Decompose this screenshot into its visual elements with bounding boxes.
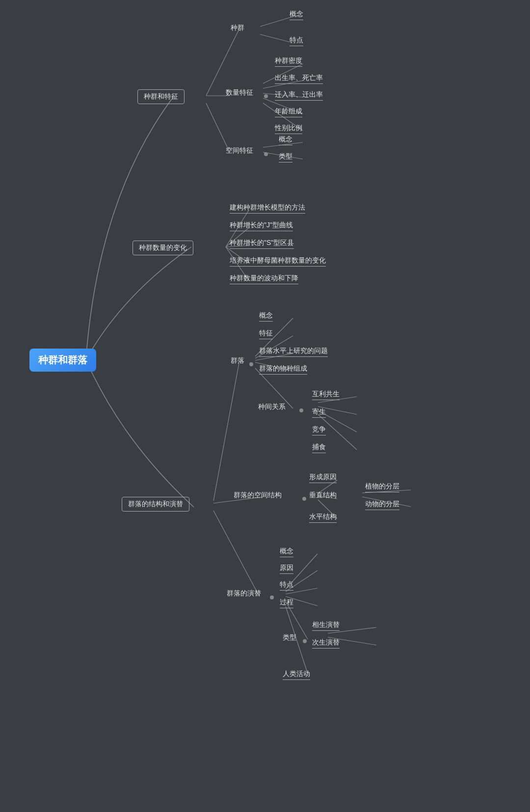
species-composition-node: 群落的物种组成 — [259, 364, 307, 375]
community-research-node: 群落水平上研究的问题 — [259, 347, 328, 357]
plant-layer-node: 植物的分层 — [365, 482, 399, 492]
population-changes-node: 种群数量的变化 — [132, 241, 193, 255]
community-structure-node: 群落的结构和演替 — [122, 497, 189, 512]
succession-reason-node: 原因 — [280, 564, 293, 574]
succession-mutualism-node: 相生演替 — [312, 621, 340, 631]
parasitism-node: 寄生 — [312, 407, 326, 418]
s-curve-node: 种群增长的"S"型区县 — [230, 239, 294, 249]
svg-line-9 — [206, 103, 230, 152]
birth-death-node: 出生率、死亡率 — [275, 74, 323, 84]
sex-ratio-node: 性别比例 — [275, 124, 302, 134]
horizontal-structure-node: 水平结构 — [309, 513, 337, 523]
succession-process-node: 过程 — [280, 598, 293, 608]
root-node: 种群和群落 — [29, 349, 96, 372]
population-node: 种群 — [231, 24, 244, 32]
spatial-features-node: 空间特征 — [226, 146, 253, 155]
succession-type-node: 类型 — [283, 633, 296, 642]
predation-node: 捕食 — [312, 443, 326, 453]
fluctuation-node: 种群数量的波动和下降 — [230, 274, 298, 284]
succession-parasitism-node: 次生演替 — [312, 638, 340, 649]
yeast-node: 培养液中酵母菌种群数量的变化 — [230, 256, 326, 267]
community-concept-node: 概念 — [259, 311, 273, 322]
migration-node: 迁入率、迁出率 — [275, 90, 323, 101]
blur-overlay — [0, 753, 530, 812]
formation-reason-node: 形成原因 — [309, 473, 337, 483]
svg-line-1 — [260, 17, 292, 27]
mutualism-node: 互利共生 — [312, 390, 340, 400]
mind-map: 种群和群落 种群和特征 种群 概念 特点 数量特征 种群密度 出生率、死亡率 迁… — [0, 0, 530, 812]
succession-concept-node: 概念 — [280, 547, 293, 557]
community-trait-node: 特征 — [259, 329, 273, 339]
build-model-node: 建构种群增长模型的方法 — [230, 203, 305, 214]
density-node: 种群密度 — [275, 56, 302, 67]
community-node: 群落 — [231, 356, 244, 365]
interspecies-node: 种间关系 — [258, 403, 286, 411]
animal-layer-node: 动物的分层 — [365, 500, 399, 510]
succession-feature-node: 特点 — [280, 580, 293, 591]
human-activity-node: 人类活动 — [283, 670, 310, 680]
population-features-node: 种群和特征 — [137, 89, 185, 104]
spatial-structure-node: 群落的空间结构 — [234, 491, 282, 500]
vertical-structure-node: 垂直结构 — [309, 491, 337, 500]
succession-node: 群落的演替 — [227, 589, 261, 598]
svg-line-2 — [260, 34, 292, 43]
age-node: 年龄组成 — [275, 107, 302, 117]
svg-line-17 — [213, 363, 239, 501]
spatial-concept-node: 概念 — [279, 135, 292, 145]
svg-line-33 — [213, 511, 259, 595]
quantity-features-node: 数量特征 — [226, 88, 253, 97]
competition-node: 竞争 — [312, 425, 326, 435]
spatial-type-node: 类型 — [279, 152, 292, 162]
population-feature-node: 特点 — [290, 36, 303, 46]
population-concept-node: 概念 — [290, 10, 303, 20]
svg-line-0 — [206, 30, 238, 96]
j-curve-node: 种群增长的"J"型曲线 — [230, 221, 293, 231]
